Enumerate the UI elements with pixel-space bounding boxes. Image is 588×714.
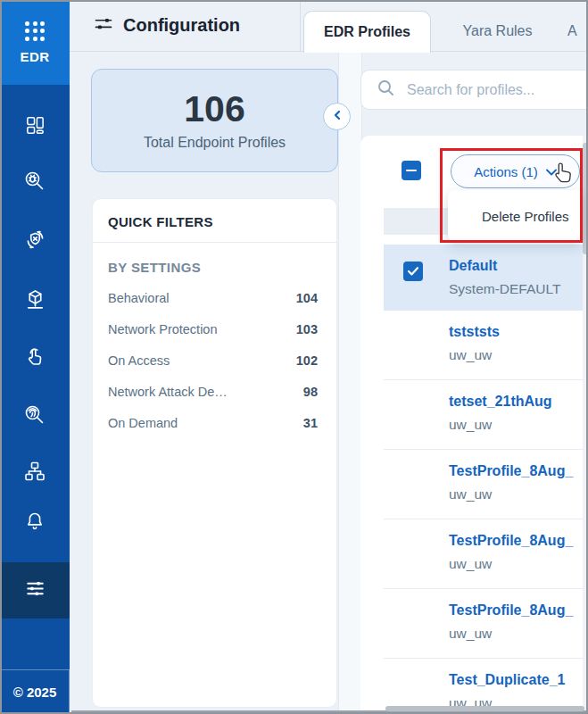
- total-profiles-card: 106 Total Endpoint Profiles: [91, 69, 338, 172]
- quick-filters-list: Behavioral 104 Network Protection 103 On…: [93, 282, 336, 438]
- sidebar: EDR: [0, 0, 70, 714]
- quick-filter-label: On Access: [108, 353, 170, 368]
- page-title: Configuration: [123, 15, 240, 36]
- app-logo[interactable]: EDR: [0, 0, 70, 85]
- profile-row[interactable]: TestProfile_8Aug_ uw_uw: [384, 589, 588, 659]
- chevron-left-icon: [332, 109, 343, 125]
- bell-icon: [23, 510, 46, 536]
- quick-filter-count: 104: [296, 291, 318, 305]
- quick-filter-item[interactable]: On Demand 31: [93, 407, 336, 438]
- quick-filter-count: 102: [296, 353, 318, 368]
- sidebar-item-configuration-active[interactable]: [0, 562, 70, 619]
- quick-filter-item[interactable]: Behavioral 104: [93, 282, 336, 313]
- profile-subtitle: uw_uw: [449, 345, 588, 365]
- header-divider: [300, 0, 301, 52]
- shield-refresh-icon: [23, 228, 47, 255]
- quick-filter-count: 31: [303, 416, 318, 430]
- profile-row[interactable]: tetset_21thAug uw_uw: [384, 380, 588, 450]
- horizontal-scrollbar-thumb[interactable]: [385, 706, 584, 711]
- quick-filter-item[interactable]: On Access 102: [93, 345, 336, 376]
- sidebar-item-topology[interactable]: [0, 452, 70, 494]
- sliders-icon: [23, 577, 47, 604]
- profile-name[interactable]: Default: [449, 256, 588, 276]
- profile-name[interactable]: TestProfile_8Aug_: [449, 531, 588, 551]
- vertical-scrollbar-thumb[interactable]: [583, 143, 588, 254]
- cube-network-icon: [23, 287, 47, 315]
- profile-subtitle: uw_uw: [449, 554, 588, 574]
- quick-filter-label: Network Attack De…: [108, 385, 228, 399]
- quick-filters-section-title: BY SETTINGS: [108, 260, 321, 275]
- actions-button[interactable]: Actions (1): [451, 154, 580, 188]
- total-profiles-count: 106: [184, 91, 244, 128]
- row-checkbox-checked[interactable]: [403, 262, 423, 281]
- tab-yara-rules[interactable]: Yara Rules: [451, 11, 544, 52]
- sidebar-item-threat-response[interactable]: [0, 220, 70, 262]
- quick-filters-title: QUICK FILTERS: [93, 199, 336, 243]
- chevron-down-icon: [546, 163, 557, 179]
- sidebar-item-touch-response[interactable]: [0, 337, 70, 380]
- sidebar-item-notifications[interactable]: [0, 502, 70, 544]
- sidebar-item-endpoints[interactable]: [0, 279, 70, 322]
- bug-search-icon: [23, 170, 46, 196]
- grid-dots-icon: [25, 21, 45, 41]
- quick-filter-item[interactable]: Network Attack De… 98: [93, 376, 336, 407]
- profile-subtitle: uw_uw: [449, 415, 588, 435]
- profile-subtitle: uw_uw: [449, 485, 588, 504]
- profile-name[interactable]: tstststs: [449, 322, 588, 342]
- collapse-panel-button[interactable]: [323, 103, 351, 130]
- quick-filter-item[interactable]: Network Protection 103: [93, 313, 336, 345]
- fingerprint-search-icon: [23, 403, 46, 430]
- configuration-sliders-icon: [94, 14, 113, 37]
- copyright-label: © 2025: [0, 669, 70, 714]
- quick-filters-card: QUICK FILTERS BY SETTINGS Behavioral 104…: [92, 198, 337, 708]
- quick-filter-count: 103: [296, 322, 318, 336]
- actions-button-label: Actions (1): [474, 164, 538, 179]
- search-placeholder: Search for profiles...: [407, 82, 534, 98]
- profile-name[interactable]: Test_Duplicate_1: [449, 670, 588, 690]
- profile-name[interactable]: TestProfile_8Aug_: [449, 461, 588, 481]
- panel-divider-strip: [338, 52, 362, 714]
- hand-touch-icon: [23, 345, 46, 372]
- tab-edr-profiles[interactable]: EDR Profiles: [303, 11, 431, 53]
- total-profiles-label: Total Endpoint Profiles: [144, 135, 286, 151]
- profile-row[interactable]: Default System-DEFAULT: [384, 245, 588, 311]
- sidebar-item-malware-search[interactable]: [0, 162, 70, 204]
- search-icon: [361, 79, 394, 100]
- screen: EDR: [0, 0, 588, 714]
- profile-row[interactable]: TestProfile_8Aug_ uw_uw: [384, 450, 588, 519]
- profile-row[interactable]: TestProfile_8Aug_ uw_uw: [384, 519, 588, 589]
- select-all-checkbox-indeterminate[interactable]: [402, 161, 421, 180]
- menu-item-delete-profiles[interactable]: Delete Profiles: [448, 209, 583, 224]
- sidebar-item-dashboard[interactable]: [0, 105, 70, 148]
- dashboard-icon: [24, 114, 46, 140]
- profile-row[interactable]: tstststs uw_uw: [384, 311, 588, 380]
- profile-search-input[interactable]: Search for profiles...: [360, 70, 588, 110]
- sidebar-item-forensics[interactable]: [0, 395, 70, 438]
- profiles-list: Default System-DEFAULT tstststs uw_uw: [384, 245, 588, 714]
- profile-subtitle: System-DEFAULT: [449, 279, 588, 299]
- profile-name[interactable]: tetset_21thAug: [449, 392, 588, 411]
- profile-name[interactable]: TestProfile_8Aug_: [449, 601, 588, 620]
- quick-filter-count: 98: [303, 385, 318, 399]
- tab-clipped[interactable]: A: [567, 11, 588, 52]
- quick-filter-label: On Demand: [108, 416, 178, 430]
- actions-dropdown-menu: Delete Profiles: [448, 190, 583, 242]
- quick-filter-label: Behavioral: [108, 291, 170, 305]
- profile-subtitle: uw_uw: [449, 624, 588, 643]
- hierarchy-icon: [23, 460, 46, 486]
- app-logo-label: EDR: [20, 49, 49, 64]
- quick-filter-label: Network Protection: [108, 322, 218, 336]
